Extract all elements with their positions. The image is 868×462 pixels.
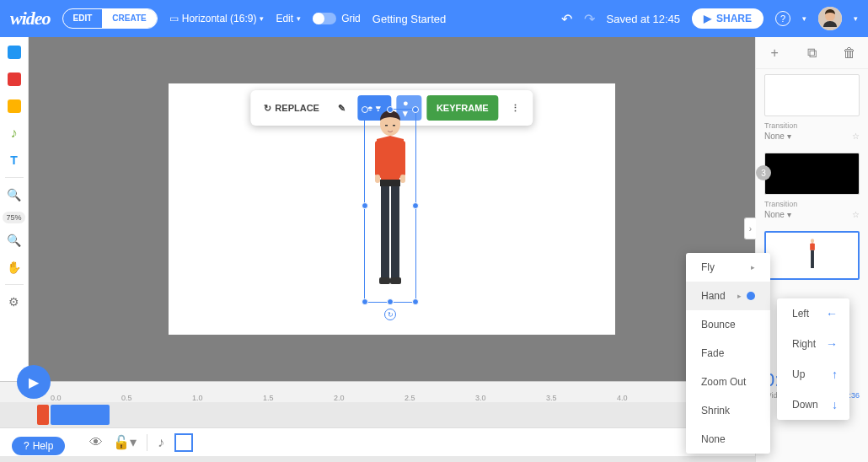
duplicate-scene-icon[interactable]: ⧉: [803, 46, 820, 61]
timeline-track[interactable]: [0, 402, 755, 427]
arrow-left-icon: ←: [826, 307, 838, 320]
resize-handle[interactable]: [362, 298, 368, 305]
topbar: wideo EDIT CREATE ▭ Horizontal (16:9) ▾ …: [0, 0, 868, 37]
chevron-right-icon: ▸: [737, 292, 742, 300]
help-icon[interactable]: ?: [775, 11, 790, 26]
arrow-down-icon: ↓: [832, 398, 838, 411]
undo-icon[interactable]: ↶: [561, 11, 572, 27]
scene-thumb-2[interactable]: [764, 74, 860, 116]
svg-point-14: [810, 239, 813, 243]
timeline: ▶ 0.00.51.01.52.02.53.03.54.0 👁 🔓▾ ♪: [0, 381, 755, 462]
replace-icon: ↻: [264, 103, 271, 114]
transition-label: Transition: [756, 196, 868, 208]
timeline-toolbar: 👁 🔓▾ ♪: [0, 427, 755, 456]
resize-handle[interactable]: [362, 202, 368, 209]
play-button[interactable]: ▶: [17, 365, 51, 399]
resize-handle[interactable]: [412, 202, 419, 209]
switch-icon: [313, 13, 336, 24]
save-status: Saved at 12:45: [607, 13, 680, 25]
menu-item-fly[interactable]: Fly▸: [686, 253, 770, 282]
getting-started-link[interactable]: Getting Started: [372, 13, 446, 25]
transition-label: Transition: [756, 118, 868, 130]
resize-handle[interactable]: [412, 298, 419, 305]
svg-rect-15: [811, 250, 814, 268]
shape-tool[interactable]: [4, 96, 24, 116]
menu-item-shrink[interactable]: Shrink: [686, 396, 770, 425]
resize-handle[interactable]: [387, 298, 394, 305]
logo: wideo: [10, 8, 51, 30]
add-scene-icon[interactable]: +: [766, 46, 783, 61]
mode-toggle[interactable]: EDIT CREATE: [62, 8, 158, 29]
direction-up[interactable]: Up↑: [777, 359, 853, 389]
camera-tool[interactable]: [4, 42, 24, 62]
direction-submenu: Left← Right→ Up↑ Down↓: [777, 298, 849, 420]
resize-handle[interactable]: [362, 106, 368, 113]
direction-down[interactable]: Down↓: [777, 389, 853, 420]
direction-left[interactable]: Left←: [777, 298, 853, 329]
zoom-out-icon[interactable]: 🔍: [4, 230, 24, 250]
selection-box[interactable]: ↻: [364, 109, 416, 303]
text-tool[interactable]: T: [4, 150, 24, 170]
pan-tool[interactable]: ✋: [4, 257, 24, 277]
resize-handle[interactable]: [412, 106, 419, 113]
zoom-level[interactable]: 75%: [3, 212, 24, 223]
timeline-ruler[interactable]: 0.00.51.01.52.02.53.03.54.0: [0, 382, 755, 402]
help-icon: ?: [24, 440, 29, 452]
visibility-icon[interactable]: 👁: [89, 435, 103, 450]
arrow-up-icon: ↑: [832, 368, 838, 381]
chevron-down-icon: ▾: [297, 14, 301, 23]
timeline-clip[interactable]: [51, 405, 110, 425]
menu-item-zoomout[interactable]: Zoom Out: [686, 368, 770, 396]
panel-collapse-handle[interactable]: ›: [744, 218, 756, 239]
edit-menu[interactable]: Edit ▾: [276, 13, 301, 24]
help-button[interactable]: ? Help: [12, 437, 65, 455]
chevron-right-icon: ▸: [751, 263, 755, 271]
star-icon[interactable]: ☆: [852, 132, 860, 141]
lock-icon[interactable]: 🔓▾: [113, 434, 137, 450]
selected-dot-icon: [747, 292, 755, 300]
more-icon[interactable]: ⋮: [504, 95, 527, 121]
timeline-clip[interactable]: [37, 405, 49, 425]
settings-icon[interactable]: ⚙: [4, 292, 24, 312]
direction-right[interactable]: Right→: [777, 329, 853, 359]
zoom-in-icon[interactable]: 🔍: [4, 185, 24, 205]
chevron-down-icon[interactable]: ▾: [854, 14, 858, 23]
avatar[interactable]: [818, 7, 842, 30]
rotate-handle[interactable]: ↻: [384, 309, 396, 320]
mode-create[interactable]: CREATE: [102, 9, 156, 28]
scene-badge: 3: [756, 165, 771, 180]
redo-icon[interactable]: ↷: [584, 11, 595, 27]
menu-item-fade[interactable]: Fade: [686, 339, 770, 368]
scene-thumb-3[interactable]: [764, 153, 860, 195]
chevron-down-icon: ▾: [260, 14, 264, 23]
grid-toggle[interactable]: Grid: [313, 13, 361, 24]
delete-scene-icon[interactable]: 🗑: [841, 46, 858, 61]
resize-handle[interactable]: [387, 106, 394, 113]
keyframe-button[interactable]: KEYFRAME: [426, 95, 499, 121]
aspect-ratio-dropdown[interactable]: ▭ Horizontal (16:9) ▾: [169, 13, 265, 24]
menu-item-bounce[interactable]: Bounce: [686, 310, 770, 339]
audio-tool[interactable]: ♪: [4, 123, 24, 143]
share-button[interactable]: ▶ SHARE: [692, 8, 764, 29]
audio-track-icon[interactable]: ♪: [158, 435, 164, 450]
transition-dropdown[interactable]: None ▾: [764, 210, 791, 219]
aspect-icon: ▭: [169, 13, 179, 24]
scene-thumb-4[interactable]: [764, 231, 860, 280]
menu-item-hand[interactable]: Hand▸: [686, 282, 770, 310]
left-rail: ♪ T 🔍 75% 🔍 ✋ ⚙: [0, 37, 29, 381]
canvas[interactable]: ↻ REPLACE ✎ ● ▾ ● ▾ KEYFRAME ⋮: [169, 83, 615, 335]
mode-edit[interactable]: EDIT: [63, 9, 103, 28]
menu-item-none[interactable]: None: [686, 425, 770, 454]
canvas-area[interactable]: ↻ REPLACE ✎ ● ▾ ● ▾ KEYFRAME ⋮: [29, 37, 755, 381]
transition-dropdown[interactable]: None ▾: [764, 132, 791, 141]
video-tool[interactable]: [4, 69, 24, 89]
star-icon[interactable]: ☆: [852, 210, 860, 219]
layer-thumb[interactable]: [174, 433, 193, 452]
edit-icon[interactable]: ✎: [331, 95, 352, 121]
replace-button[interactable]: ↻ REPLACE: [257, 95, 326, 121]
effect-menu: Fly▸ Hand▸ Bounce Fade Zoom Out Shrink N…: [686, 253, 770, 454]
arrow-right-icon: →: [826, 337, 838, 351]
play-icon: ▶: [704, 13, 711, 24]
chevron-down-icon[interactable]: ▾: [802, 14, 806, 23]
